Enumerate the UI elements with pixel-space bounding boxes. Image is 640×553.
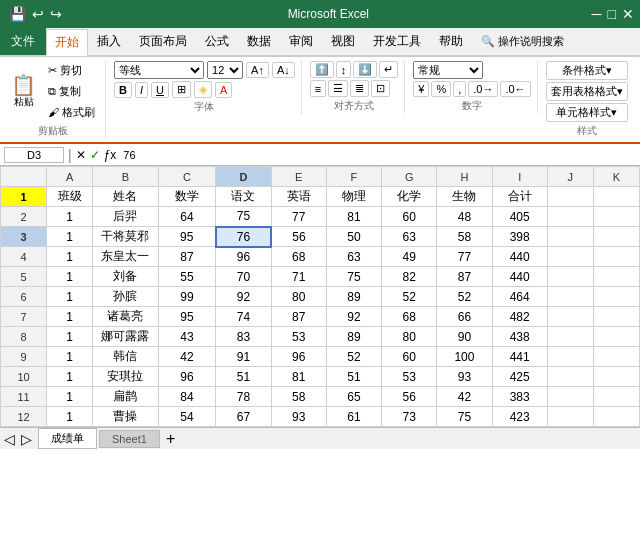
table-cell[interactable]: 52 xyxy=(437,287,492,307)
row-num-11[interactable]: 11 xyxy=(1,387,47,407)
table-cell[interactable]: 95 xyxy=(158,227,216,247)
col-header-j[interactable]: J xyxy=(547,167,593,187)
sheet-tab-sheet1[interactable]: Sheet1 xyxy=(99,430,160,448)
font-color-button[interactable]: A xyxy=(215,82,232,98)
table-cell[interactable]: 1 xyxy=(47,407,93,427)
table-cell[interactable]: 42 xyxy=(158,347,216,367)
font-decrease-button[interactable]: A↓ xyxy=(272,62,295,78)
table-cell[interactable]: 60 xyxy=(382,347,437,367)
wrap-text-button[interactable]: ↵ xyxy=(379,61,398,78)
table-cell[interactable]: 100 xyxy=(437,347,492,367)
col-header-e[interactable]: E xyxy=(271,167,326,187)
table-cell-empty[interactable] xyxy=(547,207,593,227)
table-cell[interactable]: 423 xyxy=(492,407,547,427)
table-cell[interactable]: 99 xyxy=(158,287,216,307)
redo-icon[interactable]: ↪ xyxy=(50,6,62,22)
table-cell[interactable]: 58 xyxy=(437,227,492,247)
table-cell[interactable]: 89 xyxy=(326,287,381,307)
table-cell[interactable]: 81 xyxy=(271,367,326,387)
table-cell-empty[interactable] xyxy=(593,247,639,267)
row-num-4[interactable]: 4 xyxy=(1,247,47,267)
table-cell-empty[interactable] xyxy=(593,287,639,307)
align-left-button[interactable]: ≡ xyxy=(310,80,326,97)
table-cell[interactable]: 83 xyxy=(216,327,271,347)
table-cell[interactable]: 51 xyxy=(326,367,381,387)
table-cell[interactable]: 438 xyxy=(492,327,547,347)
col-header-h[interactable]: H xyxy=(437,167,492,187)
col-header-d[interactable]: D xyxy=(216,167,271,187)
row-num-9[interactable]: 9 xyxy=(1,347,47,367)
table-cell[interactable]: 96 xyxy=(158,367,216,387)
table-cell[interactable]: 75 xyxy=(326,267,381,287)
table-cell-empty[interactable] xyxy=(593,387,639,407)
tab-review[interactable]: 审阅 xyxy=(280,28,322,55)
percent-button[interactable]: % xyxy=(431,81,451,97)
col-header-i[interactable]: I xyxy=(492,167,547,187)
table-cell[interactable]: 66 xyxy=(437,307,492,327)
tab-search[interactable]: 🔍 操作说明搜索 xyxy=(472,29,573,54)
table-cell[interactable]: 51 xyxy=(216,367,271,387)
table-cell[interactable]: 诸葛亮 xyxy=(93,307,159,327)
table-cell[interactable]: 1 xyxy=(47,247,93,267)
table-cell-empty[interactable] xyxy=(593,347,639,367)
decimal-decrease-button[interactable]: .0← xyxy=(500,81,530,97)
table-cell[interactable]: 扁鹊 xyxy=(93,387,159,407)
underline-button[interactable]: U xyxy=(151,82,169,98)
formula-input[interactable] xyxy=(120,148,636,162)
table-cell[interactable]: 75 xyxy=(216,207,271,227)
table-cell[interactable]: 63 xyxy=(382,227,437,247)
comma-button[interactable]: , xyxy=(453,81,466,97)
col-header-c[interactable]: C xyxy=(158,167,216,187)
conditional-format-button[interactable]: 条件格式▾ xyxy=(546,61,628,80)
table-cell[interactable]: 78 xyxy=(216,387,271,407)
table-cell[interactable]: 71 xyxy=(271,267,326,287)
table-cell[interactable]: 70 xyxy=(216,267,271,287)
table-cell[interactable]: 92 xyxy=(216,287,271,307)
table-cell[interactable]: 80 xyxy=(271,287,326,307)
table-cell[interactable]: 56 xyxy=(382,387,437,407)
table-cell[interactable]: 95 xyxy=(158,307,216,327)
table-style-button[interactable]: 套用表格格式▾ xyxy=(546,82,628,101)
table-cell[interactable]: 383 xyxy=(492,387,547,407)
table-cell[interactable]: 52 xyxy=(382,287,437,307)
table-cell-empty[interactable] xyxy=(593,307,639,327)
table-cell[interactable]: 58 xyxy=(271,387,326,407)
table-cell[interactable]: 49 xyxy=(382,247,437,267)
table-cell[interactable]: 后羿 xyxy=(93,207,159,227)
table-cell[interactable]: 440 xyxy=(492,247,547,267)
table-cell-empty[interactable] xyxy=(547,287,593,307)
border-button[interactable]: ⊞ xyxy=(172,81,191,98)
table-cell[interactable]: 68 xyxy=(382,307,437,327)
table-cell[interactable]: 1 xyxy=(47,327,93,347)
table-cell[interactable]: 54 xyxy=(158,407,216,427)
table-cell-empty[interactable] xyxy=(547,347,593,367)
table-cell[interactable]: 娜可露露 xyxy=(93,327,159,347)
table-cell-empty[interactable] xyxy=(593,267,639,287)
table-cell-empty[interactable] xyxy=(593,207,639,227)
table-cell[interactable]: 440 xyxy=(492,267,547,287)
table-cell[interactable]: 67 xyxy=(216,407,271,427)
table-cell[interactable]: 96 xyxy=(271,347,326,367)
currency-button[interactable]: ¥ xyxy=(413,81,429,97)
align-right-button[interactable]: ≣ xyxy=(350,80,369,97)
header-name[interactable]: 姓名 xyxy=(93,187,159,207)
row-num-5[interactable]: 5 xyxy=(1,267,47,287)
align-middle-button[interactable]: ↕ xyxy=(336,61,352,78)
table-cell[interactable]: 96 xyxy=(216,247,271,267)
font-increase-button[interactable]: A↑ xyxy=(246,62,269,78)
table-cell-empty[interactable] xyxy=(547,267,593,287)
table-cell[interactable]: 56 xyxy=(271,227,326,247)
table-cell[interactable]: 398 xyxy=(492,227,547,247)
header-biology[interactable]: 生物 xyxy=(437,187,492,207)
col-header-f[interactable]: F xyxy=(326,167,381,187)
table-cell[interactable]: 75 xyxy=(437,407,492,427)
cancel-formula-icon[interactable]: ✕ xyxy=(76,148,86,162)
table-cell[interactable]: 韩信 xyxy=(93,347,159,367)
table-cell[interactable]: 74 xyxy=(216,307,271,327)
tab-home[interactable]: 开始 xyxy=(46,29,88,56)
sheet-tab-gradebook[interactable]: 成绩单 xyxy=(38,428,97,449)
col-header-a[interactable]: A xyxy=(47,167,93,187)
table-cell[interactable]: 73 xyxy=(382,407,437,427)
header-physics[interactable]: 物理 xyxy=(326,187,381,207)
table-cell[interactable]: 84 xyxy=(158,387,216,407)
